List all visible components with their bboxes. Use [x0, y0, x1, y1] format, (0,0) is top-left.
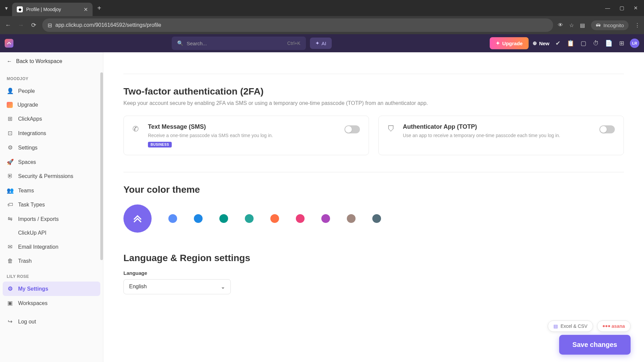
sidebar-item-my-settings[interactable]: ⚙My Settings: [3, 282, 100, 296]
phone-icon: ✆: [132, 125, 142, 133]
address-bar[interactable]: ⊟ app.clickup.com/9016164592/settings/pr…: [42, 18, 553, 32]
clickup-logo[interactable]: [5, 39, 13, 48]
sidebar-item-clickup-api[interactable]: ClickUp API: [0, 226, 103, 240]
language-selected-value: English: [129, 284, 147, 290]
puzzle-icon: ⊡: [7, 130, 13, 137]
back-icon[interactable]: ←: [4, 22, 12, 29]
gear-icon: ⚙: [7, 285, 13, 292]
app-header: 🔍 Search... Ctrl+K ✦ AI ✦ Upgrade ⊕ New …: [0, 34, 644, 52]
browser-menu-icon[interactable]: ⋮: [635, 22, 640, 28]
asana-badge[interactable]: asana: [597, 320, 631, 332]
sidebar-item-label: Settings: [18, 145, 38, 151]
color-swatch-5[interactable]: [270, 214, 279, 223]
save-changes-button[interactable]: Save changes: [559, 335, 631, 355]
color-swatch-4[interactable]: [245, 214, 254, 223]
eye-off-icon[interactable]: 👁: [558, 22, 563, 28]
logout-icon: ↪: [7, 318, 13, 325]
browser-tab[interactable]: ◆ Profile | Moodjoy ✕: [12, 3, 93, 16]
plus-circle-icon: ⊕: [533, 40, 537, 46]
color-swatch-9[interactable]: [372, 214, 381, 223]
sidebar-item-people[interactable]: 👤People: [0, 84, 103, 98]
clock-icon[interactable]: ⏱: [592, 39, 600, 48]
language-select[interactable]: English ⌄: [123, 279, 231, 294]
video-icon[interactable]: ▢: [579, 39, 588, 48]
sidebar-item-label: Integrations: [18, 130, 46, 136]
shield-icon: ⛉: [387, 125, 397, 133]
close-window-icon[interactable]: ✕: [634, 5, 638, 11]
sidebar-item-label: ClickApps: [18, 116, 42, 122]
floating-badges: ▤ Excel & CSV asana: [548, 320, 631, 332]
sidebar: ← Back to Workspace MOODJOY 👤PeopleUpgra…: [0, 52, 103, 362]
sidebar-item-spaces[interactable]: 🚀Spaces: [0, 155, 103, 169]
sidebar-item-upgrade[interactable]: Upgrade: [0, 98, 103, 112]
browser-toolbar: ← → ⟳ ⊟ app.clickup.com/9016164592/setti…: [0, 16, 644, 34]
color-swatch-3[interactable]: [219, 214, 228, 223]
sidebar-item-label: ClickUp API: [18, 230, 46, 236]
workspace-section-label: MOODJOY: [0, 70, 103, 84]
tab-list-dropdown[interactable]: ▾: [3, 4, 10, 12]
upgrade-icon: ✦: [496, 40, 500, 46]
side-panel-icon[interactable]: ▤: [580, 22, 585, 28]
search-icon: 🔍: [177, 40, 183, 46]
sidebar-item-logout[interactable]: ↪ Log out: [0, 314, 103, 329]
sidebar-item-security-permissions[interactable]: ⛨Security & Permissions: [0, 169, 103, 183]
sms-toggle[interactable]: [344, 125, 360, 133]
sms-card: ✆ Text Message (SMS) Receive a one-time …: [123, 116, 369, 155]
asana-icon: [603, 325, 610, 327]
upgrade-button[interactable]: ✦ Upgrade: [490, 37, 529, 49]
sidebar-item-label: Trash: [18, 258, 32, 264]
color-swatch-1[interactable]: [168, 214, 177, 223]
import-icon: ⇋: [7, 216, 13, 223]
color-swatch-7[interactable]: [321, 214, 330, 223]
excel-csv-badge[interactable]: ▤ Excel & CSV: [548, 320, 593, 332]
back-to-workspace-link[interactable]: ← Back to Workspace: [0, 52, 103, 70]
new-tab-button[interactable]: +: [97, 4, 101, 12]
color-swatch-6[interactable]: [296, 214, 305, 223]
twofa-title: Two-factor authentication (2FA): [123, 86, 624, 97]
maximize-icon[interactable]: ▢: [620, 5, 624, 11]
sidebar-item-trash[interactable]: 🗑Trash: [0, 254, 103, 268]
color-swatch-0[interactable]: [123, 204, 152, 233]
bookmark-icon[interactable]: ☆: [569, 22, 574, 28]
incognito-badge[interactable]: 🕶 Incognito: [591, 20, 629, 30]
minimize-icon[interactable]: —: [605, 5, 610, 11]
check-circle-icon[interactable]: ✔: [553, 39, 562, 48]
reload-icon[interactable]: ⟳: [30, 21, 38, 29]
language-title: Language & Region settings: [123, 253, 624, 263]
search-input[interactable]: 🔍 Search... Ctrl+K: [172, 37, 306, 50]
sidebar-scrollbar[interactable]: [100, 72, 103, 260]
sidebar-item-integrations[interactable]: ⊡Integrations: [0, 126, 103, 140]
chevron-down-icon: ⌄: [221, 284, 225, 290]
sparkle-icon: ✦: [315, 40, 320, 46]
ai-button[interactable]: ✦ AI: [310, 38, 332, 49]
sidebar-item-label: Imports / Exports: [18, 216, 59, 222]
mail-icon: ✉: [7, 243, 13, 250]
apps-grid-icon[interactable]: ⊞: [617, 39, 626, 48]
color-swatch-2[interactable]: [194, 214, 203, 223]
close-tab-icon[interactable]: ✕: [84, 6, 88, 13]
sidebar-item-email-integration[interactable]: ✉Email Integration: [0, 240, 103, 254]
tab-title: Profile | Moodjoy: [26, 7, 81, 12]
avatar[interactable]: LR: [630, 39, 639, 48]
sidebar-item-teams[interactable]: 👥Teams: [0, 183, 103, 198]
sidebar-item-clickapps[interactable]: ⊞ClickApps: [0, 112, 103, 126]
notepad-icon[interactable]: 📋: [566, 39, 575, 48]
color-swatch-8[interactable]: [347, 214, 356, 223]
forward-icon[interactable]: →: [17, 22, 25, 29]
new-button[interactable]: ⊕ New: [533, 40, 549, 46]
tag-icon: 🏷: [7, 201, 13, 208]
document-icon[interactable]: 📄: [604, 39, 613, 48]
sidebar-item-imports-exports[interactable]: ⇋Imports / Exports: [0, 212, 103, 226]
sidebar-item-settings[interactable]: ⚙Settings: [0, 140, 103, 155]
people-icon: 👥: [7, 187, 13, 194]
totp-toggle[interactable]: [599, 125, 615, 133]
site-info-icon[interactable]: ⊟: [48, 22, 52, 28]
user-section-label: LILY ROSE: [0, 268, 103, 282]
workspace-icon: ▣: [7, 300, 13, 307]
tab-favicon: ◆: [17, 6, 23, 12]
sidebar-item-task-types[interactable]: 🏷Task Types: [0, 198, 103, 212]
sidebar-item-workspaces[interactable]: ▣Workspaces: [0, 296, 103, 310]
search-shortcut: Ctrl+K: [287, 41, 300, 46]
rocket-icon: 🚀: [7, 159, 13, 166]
sms-title: Text Message (SMS): [148, 123, 338, 130]
